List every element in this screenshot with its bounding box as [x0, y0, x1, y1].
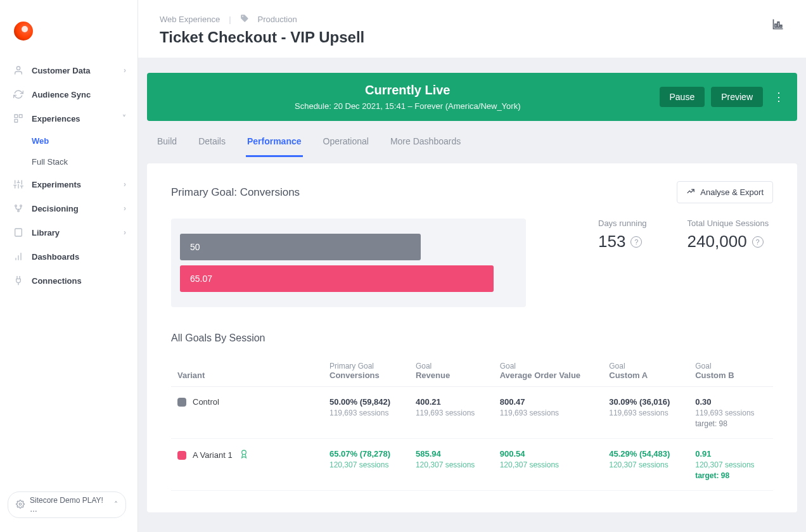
chevron-right-icon: ›	[124, 180, 126, 189]
sidebar-item-connections[interactable]: Connections	[0, 269, 138, 293]
workspace-switcher[interactable]: Sitecore Demo PLAY! … ˄	[8, 491, 126, 518]
goals-section-title: All Goals By Session	[171, 332, 773, 344]
col-custom-a: GoalCustom A	[603, 354, 689, 387]
winner-ribbon-icon	[239, 449, 249, 461]
variant-name: Control	[193, 397, 219, 407]
svg-rect-24	[777, 22, 779, 27]
goals-table: VariantPrimary GoalConversionsGoalRevenu…	[171, 354, 773, 491]
svg-rect-25	[780, 25, 782, 27]
metric-cell: 0.91120,307 sessionstarget: 98	[689, 439, 773, 491]
svg-rect-2	[19, 115, 22, 118]
sidebar-item-decisioning[interactable]: Decisioning ›	[0, 196, 138, 220]
sidebar-item-label: Decisioning	[32, 204, 79, 213]
chevron-down-icon: ˅	[122, 114, 126, 123]
metric-cell: 65.07% (78,278)120,307 sessions	[323, 439, 409, 491]
gear-icon	[16, 500, 25, 510]
col-average-order-value: GoalAverage Order Value	[494, 354, 603, 387]
primary-goal-title: Primary Goal: Conversions	[171, 186, 300, 199]
svg-point-26	[241, 450, 246, 455]
svg-point-22	[19, 503, 22, 505]
svg-rect-1	[15, 115, 18, 118]
performance-panel: Primary Goal: Conversions Analyse & Expo…	[147, 163, 797, 512]
sidebar-item-label: Dashboards	[32, 252, 79, 262]
sessions-value: 240,000	[688, 232, 747, 251]
tab-more-dashboards[interactable]: More Dashboards	[389, 132, 462, 157]
sidebar-item-label: Experiences	[32, 114, 80, 124]
breadcrumb: Web Experience | Production	[160, 14, 364, 25]
trend-icon	[686, 187, 695, 198]
metric-cell: 30.09% (36,016)119,693 sessions	[603, 387, 689, 439]
preview-button[interactable]: Preview	[711, 87, 763, 107]
days-running-label: Days running	[598, 218, 647, 228]
metric-cell: 900.54120,307 sessions	[494, 439, 603, 491]
barchart-icon	[11, 251, 25, 262]
tab-details[interactable]: Details	[197, 132, 227, 157]
content-area: Currently Live Schedule: 20 Dec 2021, 15…	[138, 58, 806, 532]
page-header: Web Experience | Production Ticket Check…	[138, 0, 806, 58]
table-row: Control 50.00% (59,842)119,693 sessions4…	[171, 387, 773, 439]
svg-point-0	[16, 66, 20, 70]
metric-cell: 585.94120,307 sessions	[409, 439, 494, 491]
crumb-production[interactable]: Production	[258, 15, 297, 24]
live-schedule: Schedule: 20 Dec 2021, 15:41 – Forever (…	[156, 101, 660, 111]
col-conversions: Primary GoalConversions	[323, 354, 409, 387]
sidebar-item-library[interactable]: Library ›	[0, 220, 138, 244]
conversion-bars: 5065.07	[171, 218, 526, 307]
workspace-label: Sitecore Demo PLAY! …	[30, 496, 109, 514]
variant-name: A Variant 1	[193, 450, 233, 460]
branch-icon	[11, 203, 25, 213]
analyse-export-label: Analyse & Export	[700, 187, 764, 197]
chevron-right-icon: ›	[124, 204, 126, 213]
svg-rect-17	[15, 229, 22, 236]
tab-build[interactable]: Build	[156, 132, 178, 157]
col-revenue: GoalRevenue	[409, 354, 494, 387]
sidebar-subitem-full-stack[interactable]: Full Stack	[32, 151, 138, 172]
analyse-export-button[interactable]: Analyse & Export	[677, 181, 773, 203]
bar-variant: 65.07	[180, 265, 494, 292]
tab-operational[interactable]: Operational	[322, 132, 370, 157]
sidebar-item-audience-sync[interactable]: Audience Sync	[0, 82, 138, 106]
sidebar-item-label: Customer Data	[32, 66, 90, 75]
sliders-icon	[11, 179, 25, 189]
nav-list: Customer Data › Audience Sync Experience…	[0, 58, 138, 293]
live-status-title: Currently Live	[156, 83, 660, 98]
metric-cell: 400.21119,693 sessions	[409, 387, 494, 439]
metric-cell: 45.29% (54,483)120,307 sessions	[603, 439, 689, 491]
help-icon[interactable]: ?	[752, 236, 764, 248]
svg-rect-3	[15, 119, 18, 122]
main: Web Experience | Production Ticket Check…	[138, 0, 806, 532]
metric-cell: 0.30119,693 sessionstarget: 98	[689, 387, 773, 439]
variant-swatch	[177, 451, 186, 460]
plug-icon	[11, 276, 25, 286]
help-icon[interactable]: ?	[630, 236, 642, 248]
tabs: BuildDetailsPerformanceOperationalMore D…	[138, 121, 806, 157]
sidebar-item-dashboards[interactable]: Dashboards	[0, 244, 138, 269]
tab-performance[interactable]: Performance	[246, 132, 303, 157]
pause-button[interactable]: Pause	[660, 87, 705, 107]
live-banner: Currently Live Schedule: 20 Dec 2021, 15…	[147, 73, 797, 121]
chevron-up-icon: ˄	[114, 500, 118, 509]
more-actions-icon[interactable]: ⋮	[769, 89, 788, 105]
chevron-right-icon: ›	[124, 66, 126, 75]
refresh-icon	[11, 89, 25, 99]
logo-icon	[14, 22, 33, 41]
sidebar-item-customer-data[interactable]: Customer Data ›	[0, 58, 138, 82]
sidebar-item-experiments[interactable]: Experiments ›	[0, 172, 138, 196]
sidebar-item-label: Audience Sync	[32, 90, 91, 99]
chart-view-icon[interactable]	[772, 22, 784, 32]
crumb-web-experience[interactable]: Web Experience	[160, 15, 220, 24]
book-icon	[11, 227, 25, 238]
sidebar-item-label: Experiments	[32, 180, 81, 189]
divider: |	[229, 15, 231, 24]
metric-cell: 50.00% (59,842)119,693 sessions	[323, 387, 409, 439]
bar-control: 50	[180, 234, 421, 260]
sidebar: Customer Data › Audience Sync Experience…	[0, 0, 138, 532]
sidebar-item-experiences[interactable]: Experiences ˅	[0, 106, 138, 130]
sidebar-subitem-web[interactable]: Web	[32, 130, 138, 151]
col-variant: Variant	[171, 354, 323, 387]
page-title: Ticket Checkout - VIP Upsell	[160, 28, 364, 46]
col-custom-b: GoalCustom B	[689, 354, 773, 387]
user-icon	[11, 65, 25, 75]
layers-icon	[11, 113, 25, 124]
variant-swatch	[177, 398, 186, 407]
